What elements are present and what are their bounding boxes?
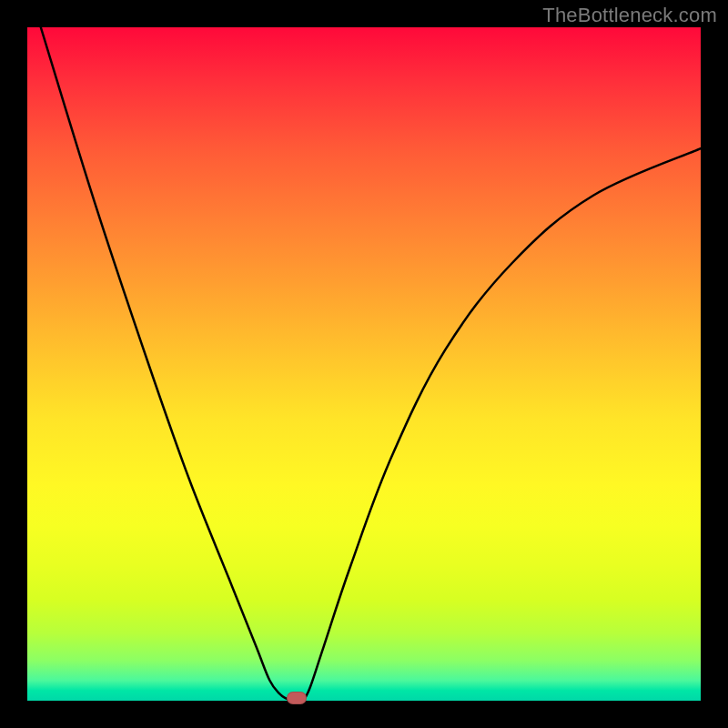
minimum-marker bbox=[287, 692, 307, 704]
bottleneck-curve bbox=[27, 27, 701, 701]
watermark-text: TheBottleneck.com bbox=[542, 4, 717, 27]
curve-left-branch bbox=[41, 27, 290, 701]
plot-area bbox=[27, 27, 701, 701]
image-frame: TheBottleneck.com bbox=[0, 0, 728, 728]
curve-right-branch bbox=[303, 148, 701, 701]
